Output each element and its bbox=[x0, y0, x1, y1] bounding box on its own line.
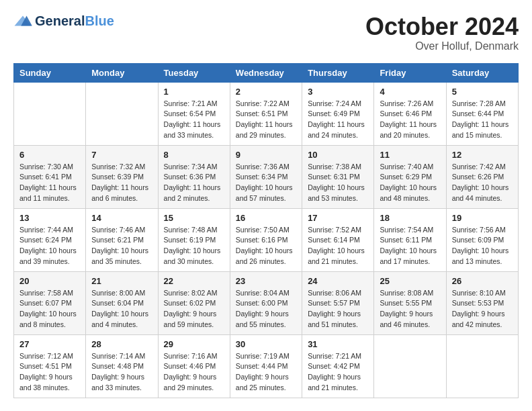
day-number: 14 bbox=[91, 213, 152, 223]
day-number: 12 bbox=[452, 150, 513, 160]
day-number: 2 bbox=[236, 87, 296, 97]
calendar-cell: 25Sunrise: 8:08 AMSunset: 5:55 PMDayligh… bbox=[374, 271, 446, 334]
day-number: 15 bbox=[164, 213, 224, 223]
day-info: Sunrise: 7:21 AMSunset: 6:54 PMDaylight:… bbox=[164, 99, 224, 141]
calendar-cell: 29Sunrise: 7:16 AMSunset: 4:46 PMDayligh… bbox=[158, 334, 230, 398]
calendar-table: SundayMondayTuesdayWednesdayThursdayFrid… bbox=[13, 63, 519, 398]
day-info: Sunrise: 7:40 AMSunset: 6:29 PMDaylight:… bbox=[380, 162, 440, 204]
logo: GeneralBlue bbox=[13, 13, 114, 29]
calendar-cell: 5Sunrise: 7:28 AMSunset: 6:44 PMDaylight… bbox=[446, 82, 518, 145]
calendar-cell: 6Sunrise: 7:30 AMSunset: 6:41 PMDaylight… bbox=[14, 145, 86, 208]
calendar-cell bbox=[86, 82, 158, 145]
calendar-cell: 30Sunrise: 7:19 AMSunset: 4:44 PMDayligh… bbox=[230, 334, 302, 398]
calendar-cell bbox=[374, 334, 446, 398]
calendar-week-row: 13Sunrise: 7:44 AMSunset: 6:24 PMDayligh… bbox=[14, 208, 519, 271]
weekday-header: Monday bbox=[86, 63, 158, 82]
calendar-cell: 28Sunrise: 7:14 AMSunset: 4:48 PMDayligh… bbox=[86, 334, 158, 398]
day-info: Sunrise: 7:24 AMSunset: 6:49 PMDaylight:… bbox=[308, 99, 368, 141]
day-number: 13 bbox=[19, 213, 80, 223]
calendar-cell: 31Sunrise: 7:21 AMSunset: 4:42 PMDayligh… bbox=[302, 334, 374, 398]
day-info: Sunrise: 7:22 AMSunset: 6:51 PMDaylight:… bbox=[236, 99, 296, 141]
calendar-cell: 10Sunrise: 7:38 AMSunset: 6:31 PMDayligh… bbox=[302, 145, 374, 208]
day-number: 4 bbox=[380, 87, 440, 97]
day-number: 7 bbox=[91, 150, 152, 160]
day-number: 25 bbox=[380, 276, 440, 286]
day-info: Sunrise: 7:12 AMSunset: 4:51 PMDaylight:… bbox=[19, 351, 80, 394]
weekday-header: Saturday bbox=[446, 63, 518, 82]
calendar-cell: 7Sunrise: 7:32 AMSunset: 6:39 PMDaylight… bbox=[86, 145, 158, 208]
day-info: Sunrise: 7:30 AMSunset: 6:41 PMDaylight:… bbox=[19, 162, 80, 204]
day-info: Sunrise: 7:46 AMSunset: 6:21 PMDaylight:… bbox=[91, 225, 152, 267]
day-number: 29 bbox=[164, 339, 224, 349]
calendar-week-row: 27Sunrise: 7:12 AMSunset: 4:51 PMDayligh… bbox=[14, 334, 519, 398]
calendar-cell: 1Sunrise: 7:21 AMSunset: 6:54 PMDaylight… bbox=[158, 82, 230, 145]
day-info: Sunrise: 7:19 AMSunset: 4:44 PMDaylight:… bbox=[236, 351, 296, 394]
page-header: GeneralBlue October 2024 Over Holluf, De… bbox=[13, 13, 519, 52]
day-number: 16 bbox=[236, 213, 296, 223]
calendar-cell: 21Sunrise: 8:00 AMSunset: 6:04 PMDayligh… bbox=[86, 271, 158, 334]
day-number: 3 bbox=[308, 87, 368, 97]
day-info: Sunrise: 7:44 AMSunset: 6:24 PMDaylight:… bbox=[19, 225, 80, 267]
calendar-cell: 23Sunrise: 8:04 AMSunset: 6:00 PMDayligh… bbox=[230, 271, 302, 334]
day-number: 28 bbox=[91, 339, 152, 349]
day-info: Sunrise: 7:34 AMSunset: 6:36 PMDaylight:… bbox=[164, 162, 224, 204]
day-number: 26 bbox=[452, 276, 513, 286]
weekday-header: Tuesday bbox=[158, 63, 230, 82]
calendar-cell bbox=[14, 82, 86, 145]
day-number: 21 bbox=[91, 276, 152, 286]
weekday-header: Wednesday bbox=[230, 63, 302, 82]
calendar-cell: 11Sunrise: 7:40 AMSunset: 6:29 PMDayligh… bbox=[374, 145, 446, 208]
calendar-cell: 24Sunrise: 8:06 AMSunset: 5:57 PMDayligh… bbox=[302, 271, 374, 334]
day-info: Sunrise: 7:48 AMSunset: 6:19 PMDaylight:… bbox=[164, 225, 224, 267]
calendar-cell: 4Sunrise: 7:26 AMSunset: 6:46 PMDaylight… bbox=[374, 82, 446, 145]
day-number: 30 bbox=[236, 339, 296, 349]
day-number: 1 bbox=[164, 87, 224, 97]
calendar-cell: 26Sunrise: 8:10 AMSunset: 5:53 PMDayligh… bbox=[446, 271, 518, 334]
day-info: Sunrise: 8:10 AMSunset: 5:53 PMDaylight:… bbox=[452, 288, 513, 330]
day-info: Sunrise: 7:32 AMSunset: 6:39 PMDaylight:… bbox=[91, 162, 152, 204]
day-number: 22 bbox=[164, 276, 224, 286]
day-info: Sunrise: 7:26 AMSunset: 6:46 PMDaylight:… bbox=[380, 99, 440, 141]
day-info: Sunrise: 8:02 AMSunset: 6:02 PMDaylight:… bbox=[164, 288, 224, 330]
title-section: October 2024 Over Holluf, Denmark bbox=[365, 13, 519, 52]
calendar-cell: 14Sunrise: 7:46 AMSunset: 6:21 PMDayligh… bbox=[86, 208, 158, 271]
day-info: Sunrise: 8:04 AMSunset: 6:00 PMDaylight:… bbox=[236, 288, 296, 330]
weekday-header: Sunday bbox=[14, 63, 86, 82]
weekday-header: Friday bbox=[374, 63, 446, 82]
calendar-cell: 13Sunrise: 7:44 AMSunset: 6:24 PMDayligh… bbox=[14, 208, 86, 271]
day-info: Sunrise: 7:58 AMSunset: 6:07 PMDaylight:… bbox=[19, 288, 80, 330]
day-info: Sunrise: 7:42 AMSunset: 6:26 PMDaylight:… bbox=[452, 162, 513, 204]
calendar-cell: 3Sunrise: 7:24 AMSunset: 6:49 PMDaylight… bbox=[302, 82, 374, 145]
day-number: 31 bbox=[308, 339, 368, 349]
day-number: 18 bbox=[380, 213, 440, 223]
day-number: 19 bbox=[452, 213, 513, 223]
day-info: Sunrise: 7:54 AMSunset: 6:11 PMDaylight:… bbox=[380, 225, 440, 267]
day-number: 17 bbox=[308, 213, 368, 223]
day-number: 11 bbox=[380, 150, 440, 160]
weekday-header-row: SundayMondayTuesdayWednesdayThursdayFrid… bbox=[14, 63, 519, 82]
calendar-cell: 27Sunrise: 7:12 AMSunset: 4:51 PMDayligh… bbox=[14, 334, 86, 398]
day-number: 9 bbox=[236, 150, 296, 160]
day-info: Sunrise: 7:52 AMSunset: 6:14 PMDaylight:… bbox=[308, 225, 368, 267]
logo-icon bbox=[13, 15, 32, 27]
day-number: 5 bbox=[452, 87, 513, 97]
calendar-cell: 12Sunrise: 7:42 AMSunset: 6:26 PMDayligh… bbox=[446, 145, 518, 208]
month-title: October 2024 bbox=[365, 13, 519, 40]
calendar-cell: 8Sunrise: 7:34 AMSunset: 6:36 PMDaylight… bbox=[158, 145, 230, 208]
calendar-cell: 2Sunrise: 7:22 AMSunset: 6:51 PMDaylight… bbox=[230, 82, 302, 145]
day-info: Sunrise: 8:08 AMSunset: 5:55 PMDaylight:… bbox=[380, 288, 440, 330]
day-number: 8 bbox=[164, 150, 224, 160]
day-info: Sunrise: 7:38 AMSunset: 6:31 PMDaylight:… bbox=[308, 162, 368, 204]
day-number: 6 bbox=[19, 150, 80, 160]
day-info: Sunrise: 7:16 AMSunset: 4:46 PMDaylight:… bbox=[164, 351, 224, 394]
day-number: 20 bbox=[19, 276, 80, 286]
calendar-week-row: 20Sunrise: 7:58 AMSunset: 6:07 PMDayligh… bbox=[14, 271, 519, 334]
day-info: Sunrise: 8:00 AMSunset: 6:04 PMDaylight:… bbox=[91, 288, 152, 330]
calendar-cell: 17Sunrise: 7:52 AMSunset: 6:14 PMDayligh… bbox=[302, 208, 374, 271]
day-number: 23 bbox=[236, 276, 296, 286]
day-number: 10 bbox=[308, 150, 368, 160]
day-info: Sunrise: 8:06 AMSunset: 5:57 PMDaylight:… bbox=[308, 288, 368, 330]
calendar-cell: 19Sunrise: 7:56 AMSunset: 6:09 PMDayligh… bbox=[446, 208, 518, 271]
day-info: Sunrise: 7:21 AMSunset: 4:42 PMDaylight:… bbox=[308, 351, 368, 394]
calendar-cell: 9Sunrise: 7:36 AMSunset: 6:34 PMDaylight… bbox=[230, 145, 302, 208]
